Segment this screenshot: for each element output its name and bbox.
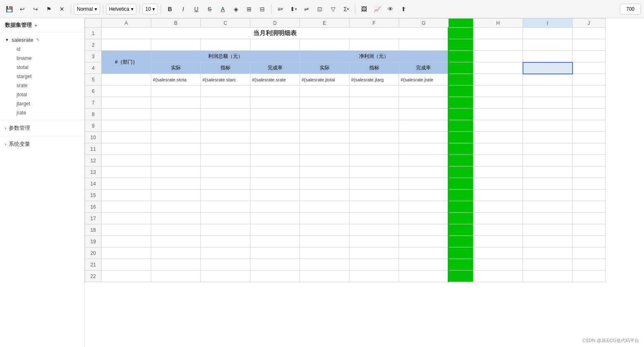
col-header-h[interactable]: H xyxy=(473,19,523,28)
font-dropdown[interactable]: Helvetica ▾ xyxy=(106,4,136,14)
tablestyle-button[interactable]: ⊟ xyxy=(257,3,268,15)
share-button[interactable]: ⬆ xyxy=(398,3,409,15)
cell-f2[interactable] xyxy=(349,39,399,51)
cell-g5[interactable]: #{salesrate.jrate xyxy=(399,74,449,86)
cell-j1[interactable] xyxy=(573,28,606,39)
row-header-14: 14 xyxy=(85,178,102,190)
save-button[interactable]: 💾 xyxy=(3,3,15,15)
cell-c2[interactable] xyxy=(201,39,250,51)
font-label: Helvetica xyxy=(109,6,129,12)
col-header-g[interactable]: G xyxy=(399,19,449,28)
size-dropdown[interactable]: 10 ▾ xyxy=(143,4,158,14)
sidebar-title: 数据集管理 xyxy=(5,21,32,29)
bold-button[interactable]: B xyxy=(164,3,176,15)
cell-b4-actual[interactable]: 实际 xyxy=(151,62,201,74)
cell-a3-dept[interactable]: #｛部门｝ xyxy=(102,51,151,74)
table-row: 12 xyxy=(85,155,606,166)
col-header-j[interactable]: J xyxy=(573,19,606,28)
cell-c5[interactable]: #{salesrate.starc xyxy=(201,74,250,86)
cell-j3[interactable] xyxy=(573,51,606,62)
cell-a2[interactable] xyxy=(102,39,151,51)
redo-button[interactable]: ↪ xyxy=(30,3,41,15)
image-button[interactable]: 🖼 xyxy=(358,3,370,15)
valign-button[interactable]: ⬍▾ xyxy=(288,3,299,15)
table-row: 9 xyxy=(85,120,606,132)
cell-j4[interactable] xyxy=(573,62,606,74)
col-header-d[interactable]: D xyxy=(250,19,300,28)
highlight-button[interactable]: ◈ xyxy=(230,3,242,15)
normal-dropdown[interactable]: Normal ▾ xyxy=(74,4,100,14)
chevron-down-icon-2: ▾ xyxy=(131,6,133,12)
filter-button[interactable]: ▽ xyxy=(327,3,339,15)
sheet-container[interactable]: A B C D E F G H I J xyxy=(85,18,644,347)
cell-b3-lirun[interactable]: 利润总额（元） xyxy=(151,51,300,62)
col-header-i[interactable]: I xyxy=(523,19,573,28)
cell-d4-rate[interactable]: 完成率 xyxy=(250,62,300,74)
col-header-f[interactable]: F xyxy=(349,19,399,28)
cell-h3[interactable] xyxy=(473,51,523,62)
formula-button[interactable]: Σ▾ xyxy=(340,3,352,15)
sidebar-field-starget: starget xyxy=(5,72,79,81)
cell-j2[interactable] xyxy=(573,39,606,51)
cell-b2[interactable] xyxy=(151,39,201,51)
clear-button[interactable]: ✕ xyxy=(56,3,68,15)
table-row: 16 xyxy=(85,201,606,213)
merge-button[interactable]: ⊡ xyxy=(314,3,326,15)
cell-e5[interactable]: #{salesrate.jtotal xyxy=(300,74,349,86)
cell-h1[interactable] xyxy=(473,28,523,39)
cell-f4-target[interactable]: 指标 xyxy=(349,62,399,74)
strikethrough-button[interactable]: S xyxy=(204,3,215,15)
col-header-b[interactable]: B xyxy=(151,19,201,28)
table-button[interactable]: ⊞ xyxy=(243,3,255,15)
sidebar-sysvars-label: 系统变量 xyxy=(9,140,30,148)
table-row: 6 xyxy=(85,86,606,97)
col-header-a[interactable]: A xyxy=(102,19,151,28)
sidebar-field-stotal: stotal xyxy=(5,63,79,72)
sidebar-dataset-toggle[interactable]: ▼ salesrate ✎ xyxy=(5,35,79,45)
row-header-6: 6 xyxy=(85,86,102,97)
eye-button[interactable]: 👁 xyxy=(385,3,396,15)
separator-6 xyxy=(355,5,355,14)
cell-b5[interactable]: #{salesrate.stota xyxy=(151,74,201,86)
cell-h5[interactable] xyxy=(473,74,523,86)
cell-green-3 xyxy=(449,51,473,62)
sidebar-params-toggle[interactable]: › 参数管理 xyxy=(5,123,79,133)
zoom-input[interactable]: 700 xyxy=(620,4,641,14)
cell-g4-rate[interactable]: 完成率 xyxy=(399,62,449,74)
cell-i5[interactable] xyxy=(523,74,573,86)
watermark: CSDN @JEECG低代码平台 xyxy=(582,337,639,344)
add-dataset-button[interactable]: + xyxy=(34,22,38,29)
italic-button[interactable]: I xyxy=(177,3,189,15)
cell-j5[interactable] xyxy=(573,74,606,86)
edit-dataset-icon[interactable]: ✎ xyxy=(36,37,40,43)
cell-e3-jinglirun[interactable]: 净利润（元） xyxy=(300,51,449,62)
cell-d5[interactable]: #{salesrate.srate xyxy=(250,74,300,86)
flag-button[interactable]: ⚑ xyxy=(43,3,55,15)
cell-h4[interactable] xyxy=(473,62,523,74)
cell-a1[interactable]: 当月利润明细表 xyxy=(102,28,449,39)
cell-d2[interactable] xyxy=(250,39,300,51)
app-container: 💾 ↩ ↪ ⚑ ✕ Normal ▾ Helvetica ▾ 10 ▾ B I … xyxy=(0,0,644,347)
cell-i3[interactable] xyxy=(523,51,573,62)
fontcolor-button[interactable]: A xyxy=(217,3,228,15)
cell-i4-selected[interactable] xyxy=(523,62,573,74)
row-header-3: 3 xyxy=(85,51,102,62)
col-header-c[interactable]: C xyxy=(201,19,250,28)
chart-button[interactable]: 📈 xyxy=(371,3,383,15)
cell-a5[interactable] xyxy=(102,74,151,86)
sidebar-sysvars-toggle[interactable]: › 系统变量 xyxy=(5,139,79,150)
cell-i2[interactable] xyxy=(523,39,573,51)
sidebar-field-jrate: jrate xyxy=(5,108,79,117)
col-header-e[interactable]: E xyxy=(300,19,349,28)
align-button[interactable]: ≡▾ xyxy=(274,3,286,15)
wrap-button[interactable]: ⇌ xyxy=(301,3,312,15)
cell-c4-target[interactable]: 指标 xyxy=(201,62,250,74)
undo-button[interactable]: ↩ xyxy=(17,3,28,15)
cell-e2[interactable] xyxy=(300,39,349,51)
underline-button[interactable]: U xyxy=(190,3,202,15)
cell-g2[interactable] xyxy=(399,39,449,51)
cell-f5[interactable]: #{salesrate.jtarg xyxy=(349,74,399,86)
cell-e4-actual[interactable]: 实际 xyxy=(300,62,349,74)
cell-i1[interactable] xyxy=(523,28,573,39)
cell-h2[interactable] xyxy=(473,39,523,51)
